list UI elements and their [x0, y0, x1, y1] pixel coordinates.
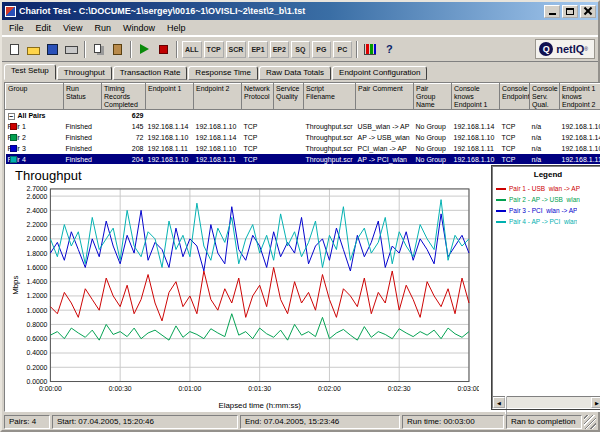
legend-scrollbar[interactable]: ◀ ▶: [493, 396, 600, 408]
filter-pc-button[interactable]: PC: [333, 41, 352, 58]
svg-text:2.2000: 2.2000: [26, 221, 47, 228]
table-header-row: Group Run Status Timing Records Complete…: [6, 84, 600, 110]
scrollbar-thumb[interactable]: [505, 396, 507, 415]
pair-row[interactable]: Pair 4Finished204192.168.1.10192.168.1.1…: [6, 154, 600, 164]
svg-text:0.4000: 0.4000: [26, 349, 47, 356]
help-button[interactable]: ?: [380, 40, 399, 59]
copy-button[interactable]: [89, 40, 108, 59]
column-header-console-knows-ep1[interactable]: Console knows Endpoint 1: [452, 84, 500, 110]
svg-text:Elapsed time (h:mm:ss): Elapsed time (h:mm:ss): [218, 401, 301, 410]
chart-button[interactable]: [361, 40, 380, 59]
column-header-pair-comment[interactable]: Pair Comment: [356, 84, 414, 110]
table-cell: [274, 132, 304, 143]
column-header-ep1-knows-ep2[interactable]: Endpoint 1 knows Endpoint 2: [560, 84, 600, 110]
column-header-console-endpoint[interactable]: Console Endpoint: [500, 84, 530, 110]
table-cell: [274, 121, 304, 132]
open-test-button[interactable]: [24, 40, 43, 59]
column-header-console-serv-qual[interactable]: Console Serv. Qual.: [530, 84, 560, 110]
menu-view[interactable]: View: [57, 21, 88, 35]
table-cell: [560, 110, 600, 121]
filter-pg-button[interactable]: PG: [312, 41, 331, 58]
table-cell: n/a: [530, 143, 560, 154]
table-cell: 192.168.1.10: [452, 154, 500, 164]
title-bar[interactable]: Chariot Test - C:\DOCUME~1\sergey\0016~1…: [2, 2, 598, 20]
table-cell: [146, 110, 194, 121]
column-header-network-protocol[interactable]: Network Protocol: [242, 84, 274, 110]
filter-all-button[interactable]: ALL: [182, 41, 202, 58]
menu-edit[interactable]: Edit: [30, 21, 58, 35]
svg-text:1.4000: 1.4000: [26, 278, 47, 285]
column-header-endpoint2[interactable]: Endpoint 2: [194, 84, 242, 110]
table-cell: 192.168.1.14: [146, 121, 194, 132]
chart-title: Throughput: [5, 164, 492, 185]
minimize-button[interactable]: [544, 5, 560, 18]
menu-run[interactable]: Run: [88, 21, 117, 35]
table-cell: 192.168.1.14: [560, 132, 600, 143]
print-button[interactable]: [62, 40, 81, 59]
scrollbar-track[interactable]: [505, 397, 591, 408]
stop-test-button[interactable]: [154, 40, 173, 59]
expand-collapse-toggle[interactable]: [8, 113, 15, 120]
table-cell: TCP: [242, 154, 274, 164]
status-bar: Pairs: 4 Start: 07.04.2005, 15:20:46 End…: [2, 414, 598, 430]
pair-row[interactable]: Pair 3Finished208192.168.1.11192.168.1.1…: [6, 143, 600, 154]
column-header-endpoint1[interactable]: Endpoint 1: [146, 84, 194, 110]
tab-raw-data-totals[interactable]: Raw Data Totals: [259, 66, 331, 80]
scroll-right-button[interactable]: ▶: [591, 397, 600, 408]
menu-window[interactable]: Window: [117, 21, 161, 35]
tab-response-time[interactable]: Response Time: [188, 66, 258, 80]
filter-sq-button[interactable]: SQ: [291, 41, 310, 58]
status-start-time: Start: 07.04.2005, 15:20:46: [52, 415, 238, 429]
throughput-chart-panel: Throughput 2.70002.60002.40002.20002.000…: [5, 164, 492, 411]
filter-scr-button[interactable]: SCR: [226, 41, 247, 58]
svg-text:0:01:00: 0:01:00: [178, 385, 201, 392]
filter-ep2-button[interactable]: EP2: [270, 41, 289, 58]
paste-button[interactable]: [108, 40, 127, 59]
table-cell: [414, 110, 452, 121]
filter-tcp-button[interactable]: TCP: [204, 41, 224, 58]
group-row[interactable]: All Pairs629: [6, 110, 600, 121]
scroll-left-button[interactable]: ◀: [493, 397, 505, 408]
tab-transaction-rate[interactable]: Transaction Rate: [113, 66, 188, 80]
run-test-button[interactable]: [135, 40, 154, 59]
tab-test-setup[interactable]: Test Setup: [4, 64, 56, 80]
close-button[interactable]: [580, 5, 596, 18]
window-title: Chariot Test - C:\DOCUME~1\sergey\0016~1…: [19, 6, 542, 16]
status-end-time: End: 07.04.2005, 15:23:46: [240, 415, 400, 429]
toolbar-separator: [176, 41, 178, 58]
table-cell: PCI_wlan -> AP: [356, 143, 414, 154]
legend-entry-label: Pair 2 - AP -> USB_wlan: [509, 196, 580, 203]
column-header-service-quality[interactable]: Service Quality: [274, 84, 304, 110]
table-cell: 208: [102, 143, 146, 154]
menu-help[interactable]: Help: [161, 21, 192, 35]
new-test-button[interactable]: [5, 40, 24, 59]
table-cell: TCP: [242, 121, 274, 132]
filter-ep1-button[interactable]: EP1: [248, 41, 267, 58]
table-cell: [356, 110, 414, 121]
column-header-group[interactable]: Group: [6, 84, 64, 110]
column-header-pair-group-name[interactable]: Pair Group Name: [414, 84, 452, 110]
save-test-button[interactable]: [43, 40, 62, 59]
paste-icon: [113, 44, 122, 55]
tab-throughput[interactable]: Throughput: [57, 66, 112, 80]
menu-file[interactable]: File: [3, 21, 30, 35]
copy-icon: [94, 44, 101, 53]
table-cell: TCP: [500, 154, 530, 164]
pair-row[interactable]: Pair 2Finished72192.168.1.10192.168.1.14…: [6, 132, 600, 143]
column-header-timing-records[interactable]: Timing Records Completed: [102, 84, 146, 110]
stop-test-icon: [159, 45, 168, 54]
legend-entry-pair2: Pair 2 - AP -> USB_wlan: [496, 194, 600, 205]
toolbar-separator: [356, 41, 358, 58]
tab-endpoint-configuration[interactable]: Endpoint Configuration: [332, 66, 427, 80]
app-icon: [5, 6, 16, 17]
table-cell: AP -> PCI_wlan: [356, 154, 414, 164]
svg-text:0.2000: 0.2000: [26, 364, 47, 371]
svg-text:2.6000: 2.6000: [26, 193, 47, 200]
maximize-icon: [566, 8, 574, 15]
pair-row[interactable]: Pair 1Finished145192.168.1.14192.168.1.1…: [6, 121, 600, 132]
column-header-run-status[interactable]: Run Status: [64, 84, 102, 110]
legend-entry-pair4: Pair 4 - AP -> PCI_wlan: [496, 216, 600, 227]
maximize-button[interactable]: [562, 5, 578, 18]
resize-grip[interactable]: [584, 415, 596, 429]
column-header-script-filename[interactable]: Script Filename: [304, 84, 356, 110]
